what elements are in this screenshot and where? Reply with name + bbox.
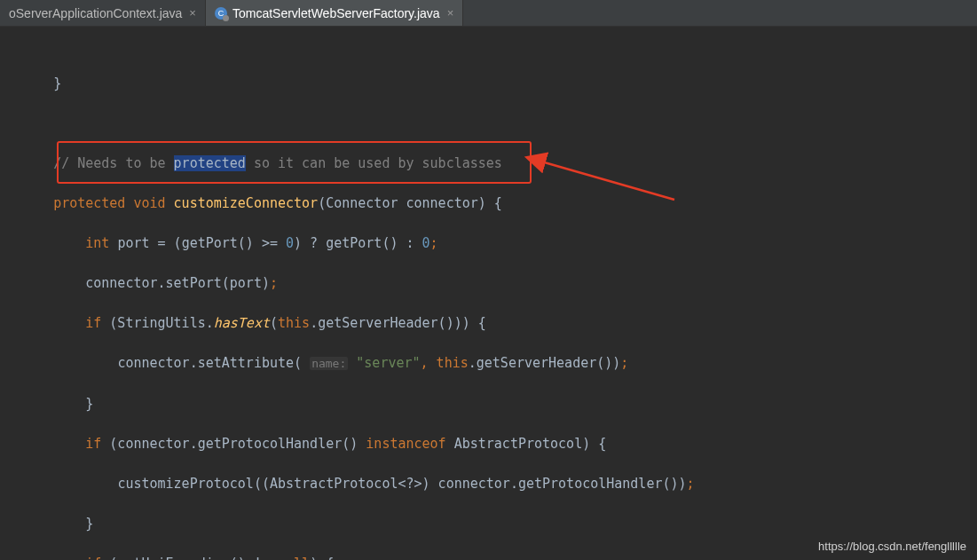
close-icon[interactable]: × [189, 6, 196, 20]
param-hint: name: [310, 357, 348, 370]
code-keyword: int [85, 235, 117, 251]
code-text: (StringUtils. [109, 315, 213, 331]
code-keyword: null [278, 556, 310, 560]
code-keyword: this [278, 315, 310, 331]
code-method: hasText [214, 315, 270, 331]
code-keyword: this [437, 355, 469, 371]
tab-bar: oServerApplicationContext.java × C Tomca… [0, 0, 977, 27]
code-keyword: if [85, 436, 109, 452]
code-text: customizeProtocol((AbstractProtocol<?>) … [117, 476, 686, 492]
code-number: 0 [286, 235, 294, 251]
code-text: getPort [182, 235, 238, 251]
code-editor[interactable]: } // Needs to be protected so it can be … [0, 27, 977, 560]
code-text: } [85, 516, 93, 532]
code-semi: ; [430, 235, 438, 251]
code-text: connector [406, 195, 478, 211]
code-text: ( [270, 315, 278, 331]
code-keyword: protected void [53, 195, 173, 211]
code-text: .getServerHeader())) { [310, 315, 486, 331]
code-text: Connector [326, 195, 406, 211]
code-text: port = ( [117, 235, 181, 251]
code-text: ( [318, 195, 326, 211]
tab-item-0[interactable]: oServerApplicationContext.java × [0, 0, 206, 26]
java-class-icon: C [215, 7, 227, 20]
code-text: getPort [326, 235, 382, 251]
close-icon[interactable]: × [447, 6, 454, 20]
code-text: ) ? [294, 235, 326, 251]
code-method: customizeConnector [174, 195, 319, 211]
code-semi: ; [687, 476, 695, 492]
code-semi: ; [270, 275, 278, 291]
code-string: "server" [356, 355, 420, 371]
code-highlight: protected [174, 155, 246, 171]
code-text: , [421, 355, 437, 371]
code-text [348, 355, 356, 371]
code-text: (getUriEncoding() != [109, 556, 278, 560]
code-comment: // Needs to be [53, 155, 173, 171]
code-keyword: if [85, 556, 109, 560]
code-text: connector.setAttribute( [117, 355, 310, 371]
tab-label: oServerApplicationContext.java [9, 6, 182, 20]
code-text: .getServerHeader()) [469, 355, 621, 371]
code-text: ) { [310, 556, 334, 560]
tab-label: TomcatServletWebServerFactory.java [232, 6, 440, 20]
code-semi: ; [620, 355, 628, 371]
code-text: () >= [238, 235, 286, 251]
code-text: connector.setPort(port) [85, 275, 270, 291]
code-text: (connector.getProtocolHandler() [109, 436, 366, 452]
code-text: () : [382, 235, 422, 251]
code-text: AbstractProtocol) { [454, 436, 607, 452]
watermark-text: https://blog.csdn.net/fengllllle [818, 540, 966, 553]
code-text: ) { [478, 195, 502, 211]
code-number: 0 [422, 235, 430, 251]
code-text: } [53, 75, 61, 91]
code-keyword: if [85, 315, 109, 331]
tab-item-1[interactable]: C TomcatServletWebServerFactory.java × [206, 0, 463, 26]
code-keyword: instanceof [366, 436, 453, 452]
code-comment: so it can be used by subclasses [246, 155, 502, 171]
code-text: } [85, 396, 93, 412]
